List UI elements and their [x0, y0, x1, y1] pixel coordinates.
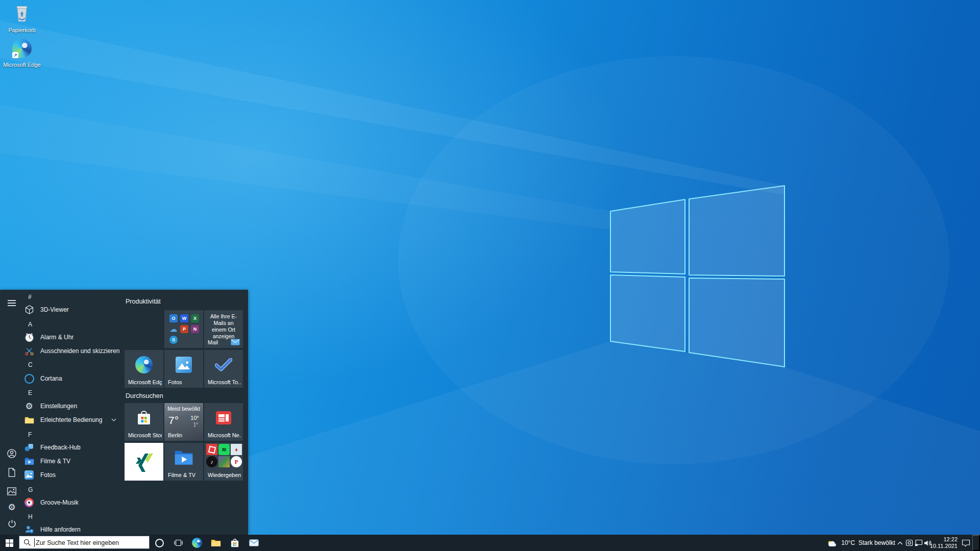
pictures-icon [7, 487, 16, 495]
tile-microsoft-store[interactable]: Microsoft Store [125, 403, 163, 441]
taskbar-mail-button[interactable] [244, 535, 263, 551]
tile-office[interactable]: O W X ☁ P N S [164, 310, 203, 348]
desktop-icon-microsoft-edge[interactable]: ↗ Microsoft Edge [0, 39, 44, 68]
roblox-icon [206, 444, 217, 455]
power-icon [8, 519, 16, 528]
edge-icon [192, 538, 202, 548]
app-list-item-ausschneiden-und-skizzieren[interactable]: Ausschneiden und skizzieren [23, 344, 120, 358]
action-center-icon [962, 539, 970, 547]
tray-chevron-button[interactable] [896, 535, 904, 551]
game-art-icon [218, 456, 230, 467]
app-list-header[interactable]: C [28, 360, 33, 370]
taskbar-file-explorer-button[interactable] [207, 535, 225, 551]
settings-button[interactable]: ⚙ [4, 499, 19, 515]
tray-weather-temp: 10°C [841, 539, 855, 546]
app-list-item-alarm-uhr[interactable]: Alarm & Uhr [23, 331, 120, 344]
chevron-up-icon [897, 541, 903, 545]
tile-wetter[interactable]: Meist bewölkt 7° 10° 1° Berlin [164, 403, 203, 441]
start-button[interactable] [0, 535, 18, 551]
3d-viewer-icon [23, 304, 35, 315]
onenote-icon: N [191, 325, 199, 333]
mail-icon [231, 339, 240, 345]
app-list-header[interactable]: E [28, 388, 32, 398]
tile-label: Microsoft Ne... [208, 432, 241, 438]
taskbar-edge-button[interactable] [188, 535, 206, 551]
clock-date: 10.11.2021 [930, 543, 958, 549]
pictures-button[interactable] [4, 484, 19, 499]
weather-condition: Meist bewölkt [164, 406, 203, 412]
app-list-item-fotos[interactable]: Fotos [23, 468, 120, 482]
feedback-hub-icon [23, 442, 35, 453]
news-icon [216, 411, 231, 424]
action-center-button[interactable] [960, 535, 972, 551]
app-list-header[interactable]: A [28, 319, 32, 330]
taskbar-store-button[interactable] [226, 535, 244, 551]
outlook-icon: O [169, 314, 178, 322]
tile-label: Microsoft To... [208, 379, 241, 385]
tiktok-icon: ♪ [206, 456, 217, 467]
show-desktop-button[interactable] [972, 535, 980, 551]
tray-network-button[interactable] [914, 535, 923, 551]
snip-sketch-icon [23, 345, 35, 357]
tile-microsoft-news[interactable]: Microsoft Ne... [204, 403, 243, 441]
recycle-bin-icon [12, 2, 32, 23]
skype-icon: S [169, 336, 178, 344]
tile-microsoft-todo[interactable]: Microsoft To... [204, 350, 243, 388]
photos-icon [176, 357, 192, 373]
gear-icon: ⚙ [8, 503, 15, 512]
get-help-icon: ? [23, 524, 35, 535]
edge-icon [135, 356, 153, 373]
windows-logo-icon [6, 539, 13, 547]
app-list-header[interactable]: F [28, 430, 32, 440]
app-list-item-3d-viewer[interactable]: 3D-Viewer [23, 303, 120, 316]
store-bag-icon [136, 410, 152, 426]
word-icon: W [180, 314, 188, 322]
app-list-item-filme-tv[interactable]: Filme & TV [23, 455, 120, 468]
app-list-header[interactable]: # [28, 292, 32, 302]
cortana-icon [23, 373, 35, 384]
tile-microsoft-edge[interactable]: Microsoft Edge [125, 350, 163, 388]
weather-low: 1° [193, 422, 198, 428]
store-bag-icon [230, 538, 239, 548]
app-list-item-cortana[interactable]: Cortana [23, 372, 120, 385]
app-list-item-groove-musik[interactable]: Groove-Musik [23, 496, 120, 509]
tray-weather-text: Stark bewölkt [859, 539, 895, 546]
clock-time: 12:22 [943, 536, 958, 543]
start-menu: ⚙ # 3D-Viewer A Alarm & Uhr [0, 290, 248, 535]
tile-group-title-produktivitaet[interactable]: Produktivität [126, 297, 161, 306]
tray-weather[interactable]: 10°C Stark bewölkt [827, 535, 895, 551]
app-list-header[interactable]: G [28, 485, 33, 495]
tile-xing[interactable] [125, 443, 163, 481]
tile-fotos[interactable]: Fotos [164, 350, 203, 388]
hamburger-menu-button[interactable] [4, 295, 19, 311]
power-button[interactable] [4, 516, 19, 531]
solitaire-icon: ♦ [231, 444, 242, 455]
tile-wiedergeben[interactable]: ≋ ♦ ♪ P Wiedergeben [204, 443, 243, 481]
pinterest-icon: P [231, 456, 242, 467]
app-list-item-feedback-hub[interactable]: Feedback-Hub [23, 441, 120, 454]
search-input[interactable] [35, 537, 146, 549]
tile-group-title-durchsuchen[interactable]: Durchsuchen [126, 392, 163, 400]
app-list-item-erleichterte-bedienung[interactable]: Erleichterte Bedienung [23, 413, 120, 427]
task-view-button[interactable] [169, 535, 187, 551]
desktop-icon-label: Papierkorb [0, 27, 44, 33]
tile-mail[interactable]: Alle Ihre E-Mails an einem Ort anzeigen … [204, 310, 243, 348]
tray-device-button[interactable] [905, 535, 914, 551]
tray-clock[interactable]: 12:22 10.11.2021 [933, 535, 958, 551]
photos-icon [23, 469, 35, 481]
taskbar-search[interactable] [19, 536, 150, 549]
xing-logo [134, 452, 154, 472]
desktop: Papierkorb ↗ Microsoft Edge [0, 0, 980, 551]
app-list-item-einstellungen[interactable]: ⚙ Einstellungen [23, 399, 120, 413]
weather-temp: 7° [168, 414, 179, 427]
desktop-icon-recycle-bin[interactable]: Papierkorb [0, 2, 44, 33]
cortana-button[interactable] [150, 535, 168, 551]
user-account-button[interactable] [4, 446, 19, 461]
tile-filme-tv[interactable]: Filme & TV [164, 443, 203, 481]
mail-icon [249, 539, 259, 546]
taskbar: 10°C Stark bewölkt 12:22 10.11.2021 [0, 535, 980, 551]
onedrive-icon: ☁ [169, 325, 178, 333]
chevron-down-icon[interactable] [111, 418, 116, 421]
documents-button[interactable] [4, 465, 19, 480]
app-list-header[interactable]: H [28, 512, 33, 522]
